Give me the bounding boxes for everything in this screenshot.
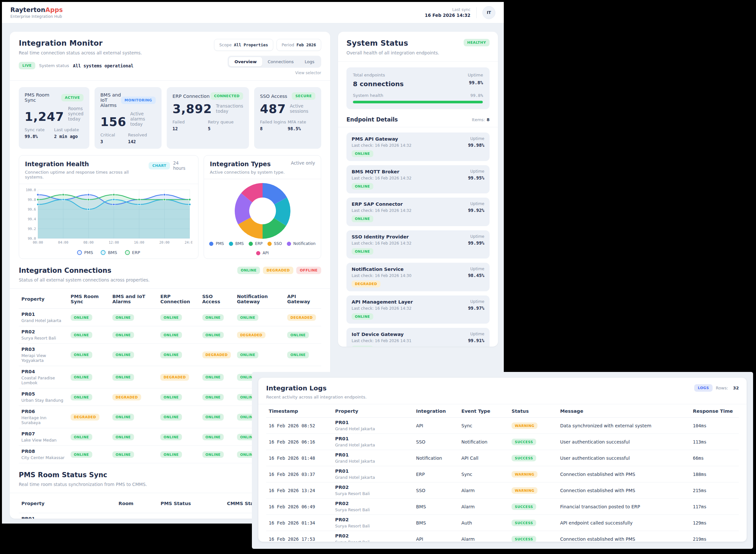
connection-status-pill: ONLINE (112, 374, 134, 381)
log-event-type: Alarm (461, 504, 475, 509)
stat-metric: Last update 2 min ago (54, 127, 83, 139)
log-integration: SSO (416, 488, 426, 493)
connection-status-pill: ONLINE (71, 351, 92, 358)
log-status-pill: WARNING (512, 487, 538, 494)
endpoint-name: IoT Device Gateway (352, 332, 484, 337)
types-chart-title: Integration Types (210, 160, 285, 167)
col-property: Property (332, 404, 414, 418)
live-badge: LIVE (19, 62, 35, 69)
system-status-subtitle: Overall health of all integration endpoi… (346, 50, 439, 55)
legend-dot-icon (249, 242, 253, 246)
connection-status-pill: ONLINE (202, 414, 224, 421)
stat-metric-label: Sync rate (24, 127, 54, 132)
svg-text:99.2: 99.2 (28, 227, 36, 231)
legend-item-api: API (256, 251, 269, 255)
connection-status-pill: ONLINE (160, 414, 182, 421)
health-chart-subtitle: Connection uptime and response times acr… (25, 170, 148, 179)
connection-status-pill: ONLINE (160, 314, 182, 321)
rows-count-label: Rows: (716, 386, 728, 390)
log-response-time: 215ms (693, 488, 706, 493)
stat-card-badge: SECURE (292, 92, 315, 100)
legend-dot-icon (209, 242, 213, 246)
connection-status-pill: ONLINE (202, 394, 224, 401)
log-response-time: 104ms (693, 423, 706, 428)
stat-metric-value: 98.5% (288, 126, 315, 131)
endpoint-card: Notification Service Last check: 16 Feb … (346, 263, 490, 291)
property-name: Lake View Medan (21, 438, 65, 443)
period-selector-button[interactable]: Period Feb 2026 (276, 39, 321, 51)
log-status-pill: SUCCESS (512, 455, 536, 462)
endpoint-uptime-value: 99.95% (468, 175, 484, 180)
svg-text:99.6: 99.6 (28, 207, 36, 211)
log-message: Connection established with PMS (560, 472, 635, 477)
property-code: PR02 (335, 485, 411, 490)
property-code: PR02 (21, 329, 65, 334)
last-sync-block: Last sync 16 Feb 2026 14:32 (425, 7, 470, 18)
log-timestamp: 16 Feb 2026 08:52 (269, 423, 315, 428)
stat-metric-label: Failed logins (260, 119, 288, 124)
col-property: Property (19, 493, 116, 513)
endpoint-last-check: Last check: 16 Feb 2026 14:32 (352, 241, 484, 245)
system-health-progressbar (353, 101, 483, 103)
types-chart-subtitle: Active connections by system type. (210, 170, 285, 175)
endpoint-status-pill: ONLINE (352, 248, 373, 255)
user-avatar[interactable]: IT (483, 6, 495, 19)
property-code: PR01 (335, 468, 411, 474)
property-code: PR02 (335, 533, 411, 539)
connection-status-pill: ONLINE (160, 434, 182, 441)
endpoint-uptime-value: 98.45% (468, 273, 484, 278)
col-api: API Gateway (285, 289, 321, 309)
endpoint-status-pill: DEGRADED (352, 281, 380, 287)
endpoint-last-check: Last check: 16 Feb 2026 14:30 (352, 273, 484, 278)
col-bms: BMS and IoT Alarms (110, 289, 158, 309)
logs-table-row: 16 Feb 2026 06:16 PR01 Grand Hotel Jakar… (266, 434, 739, 450)
connection-status-pill: ONLINE (160, 451, 182, 458)
scope-selector-button[interactable]: Scope All Properties (214, 39, 273, 51)
log-message: User authentication successful (560, 455, 630, 461)
stat-card-value-label: Active sessions (290, 103, 315, 115)
log-message: Financial transaction posted to ERP (560, 504, 640, 509)
legend-item-erp: ERP (249, 241, 263, 246)
stat-card: SSO Access SECURE 487 Active sessions Fa… (254, 87, 321, 149)
stat-metric: Sync rate 99.8% (24, 127, 54, 139)
system-health-label: System health (353, 93, 383, 98)
connection-status-pill: ONLINE (112, 314, 134, 321)
log-status-pill: WARNING (512, 423, 538, 429)
connection-status-pill: ONLINE (112, 351, 134, 358)
endpoint-last-check: Last check: 16 Feb 2026 14:32 (352, 306, 484, 311)
logs-table-row: 16 Feb 2026 01:48 PR01 Grand Hotel Jakar… (266, 450, 739, 466)
property-code: PR01 (21, 516, 113, 519)
svg-text:20:00: 20:00 (159, 240, 170, 244)
endpoint-list: PMS API Gateway Last check: 16 Feb 2026 … (338, 127, 498, 347)
property-name: Grand Hotel Jakarta (335, 426, 411, 431)
col-status: Status (509, 404, 558, 418)
log-status-pill: SUCCESS (512, 520, 536, 527)
endpoint-status-pill: ONLINE (352, 215, 373, 222)
tab-overview[interactable]: Overview (229, 57, 262, 66)
stat-metric-label: Retry queue (208, 119, 243, 124)
header-divider (476, 7, 477, 18)
endpoint-last-check: Last check: 16 Feb 2026 14:31 (352, 339, 484, 343)
stat-metric: Critical 3 (101, 132, 128, 144)
property-code: PR01 (335, 420, 411, 425)
property-name: Heritage Inn Surabaya (21, 416, 65, 425)
endpoint-details-title: Endpoint Details (346, 116, 398, 123)
log-event-type: Alarm (461, 488, 475, 493)
svg-text:99.8: 99.8 (28, 198, 36, 202)
stat-card-value-label: Transactions today (216, 103, 243, 115)
stat-card-badge: CONNECTED (210, 92, 243, 100)
line-chart-legend: PMSBMSERP (24, 250, 194, 255)
log-integration: API (416, 423, 423, 428)
stat-metric-label: Resolved (128, 132, 155, 137)
endpoint-last-check: Last check: 16 Feb 2026 14:32 (352, 143, 484, 148)
stat-metric-label: Last update (54, 127, 83, 132)
col-room: Room (116, 493, 158, 513)
stat-metric-value: 99.8% (24, 134, 54, 139)
legend-offline-pill: OFFLINE (296, 267, 321, 274)
tab-logs[interactable]: Logs (299, 57, 320, 66)
tab-connections[interactable]: Connections (262, 57, 299, 66)
connection-status-pill: ONLINE (287, 351, 309, 358)
col-response-time: Response Time (690, 404, 739, 418)
stat-card-title: SSO Access (260, 94, 287, 99)
last-sync-label: Last sync (425, 7, 470, 12)
